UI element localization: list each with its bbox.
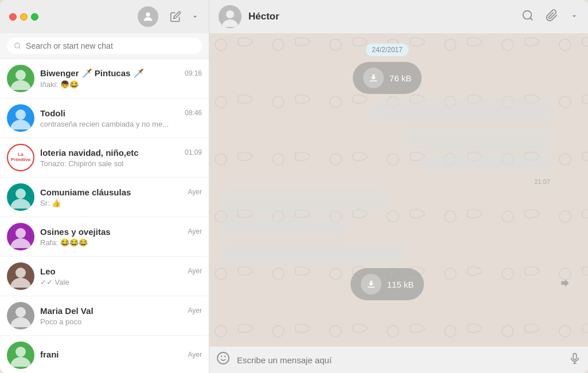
blurred-message-3 <box>420 155 554 172</box>
mic-button[interactable] <box>568 352 581 368</box>
chat-name: Biwenger 🗡️ Pintucas 🗡️ <box>40 68 144 78</box>
svg-point-6 <box>15 70 26 80</box>
search-icon <box>14 42 21 50</box>
search-button[interactable] <box>521 9 534 25</box>
download-icon-1 <box>363 68 384 88</box>
chat-preview: contraseña recien cambiada y no me... <box>40 120 202 128</box>
chat-preview: Poco a poco <box>40 317 202 326</box>
message-timestamp-1: 21:07 <box>531 177 554 186</box>
file-message-1: 76 kB <box>221 62 554 94</box>
chat-header: Héctor <box>209 0 588 33</box>
chat-preview: Rafa: 😂😂😂 <box>40 238 202 247</box>
attach-button[interactable] <box>546 9 558 25</box>
messages-area: 24/2/2017 76 kB 21:07 <box>209 33 588 346</box>
chat-name: Osines y ovejitas <box>40 227 111 237</box>
message-input[interactable] <box>237 355 562 365</box>
chat-info: loteria navidad, niño,etc01:09Tonazo: Ch… <box>40 148 202 168</box>
blurred-message-1 <box>371 99 554 121</box>
chat-info: Osines y ovejitasAyerRafa: 😂😂😂 <box>40 227 202 247</box>
sidebar-header <box>0 0 209 33</box>
chat-area: 24/2/2017 76 kB 21:07 <box>209 33 588 373</box>
chat-list-item[interactable]: LeoAyer✓✓ Vale <box>0 257 209 296</box>
chat-info: LeoAyer✓✓ Vale <box>40 266 202 286</box>
chat-info: Biwenger 🗡️ Pintucas 🗡️09:16Iñaki: 👦😂 <box>40 68 202 89</box>
chat-avatar <box>7 302 34 329</box>
blurred-message-6 <box>221 244 404 264</box>
chat-name: Maria Del Val <box>40 306 94 316</box>
forward-icon-2[interactable] <box>559 277 571 292</box>
chat-preview: Sr: 👍 <box>40 199 202 207</box>
more-button[interactable] <box>570 10 579 23</box>
search-input[interactable] <box>26 41 195 50</box>
contact-avatar[interactable] <box>219 5 242 28</box>
svg-point-3 <box>523 10 532 19</box>
chat-info: Todoli08:46contraseña recien cambiada y … <box>40 108 202 128</box>
chat-list-item[interactable]: Osines y ovejitasAyerRafa: 😂😂😂 <box>0 217 209 257</box>
title-bar: Héctor <box>0 0 588 33</box>
date-badge: 24/2/2017 <box>366 44 408 56</box>
chat-avatar <box>7 104 34 132</box>
svg-point-16 <box>15 307 26 317</box>
chat-list-item[interactable]: Todoli08:46contraseña recien cambiada y … <box>0 99 209 138</box>
chat-list-item[interactable]: Comuniame cláusulasAyerSr: 👍 <box>0 178 209 217</box>
chat-list-item[interactable]: franiAyer <box>0 336 209 373</box>
close-button[interactable] <box>9 13 17 21</box>
chat-preview: Tonazo: Chipirón sale sol <box>40 159 202 168</box>
svg-point-18 <box>15 347 26 357</box>
file-download-1[interactable]: 76 kB <box>353 62 422 94</box>
blurred-message-2 <box>404 128 554 148</box>
chat-info: franiAyer <box>40 350 202 361</box>
chat-list: Biwenger 🗡️ Pintucas 🗡️09:16Iñaki: 👦😂Tod… <box>0 59 209 373</box>
svg-point-10 <box>15 189 26 199</box>
chat-avatar <box>7 65 34 92</box>
chat-list-item[interactable]: La Primitivaloteria navidad, niño,etc01:… <box>0 138 209 178</box>
chat-list-item[interactable]: Biwenger 🗡️ Pintucas 🗡️09:16Iñaki: 👦😂 <box>0 59 209 99</box>
header-actions <box>521 9 579 25</box>
svg-point-19 <box>217 352 229 364</box>
profile-avatar[interactable] <box>138 6 158 27</box>
svg-point-8 <box>15 109 26 120</box>
minimize-button[interactable] <box>20 13 28 21</box>
file-download-2[interactable]: 115 kB <box>351 268 425 300</box>
file-size-2: 115 kB <box>387 280 414 289</box>
main-content: Biwenger 🗡️ Pintucas 🗡️09:16Iñaki: 👦😂Tod… <box>0 33 588 373</box>
file-message-2: 115 kB <box>221 268 554 300</box>
chat-time: 09:16 <box>185 69 202 77</box>
chat-avatar <box>7 183 34 211</box>
chat-preview: ✓✓ Vale <box>40 278 202 286</box>
download-icon-2 <box>361 274 381 295</box>
search-input-wrap[interactable] <box>7 38 202 54</box>
chat-name: loteria navidad, niño,etc <box>40 148 139 158</box>
chat-time: Ayer <box>188 227 202 235</box>
chat-avatar <box>7 262 34 290</box>
chat-name: frani <box>40 350 59 359</box>
emoji-button[interactable] <box>216 351 230 368</box>
input-area <box>209 346 588 373</box>
chat-avatar: La Primitiva <box>7 144 34 171</box>
chat-time: 08:46 <box>185 109 202 117</box>
chat-list-item[interactable]: Maria Del ValAyerPoco a poco <box>0 296 209 336</box>
chat-avatar <box>7 341 34 369</box>
file-size-1: 76 kB <box>390 73 411 83</box>
chat-time: 01:09 <box>185 148 202 156</box>
blurred-message-4 <box>221 191 387 213</box>
traffic-lights <box>9 13 38 21</box>
svg-rect-22 <box>573 353 577 359</box>
svg-point-4 <box>15 43 20 48</box>
search-bar <box>0 33 209 59</box>
sidebar-dropdown-button[interactable] <box>190 12 200 21</box>
chat-time: Ayer <box>188 267 202 275</box>
svg-point-14 <box>15 268 26 278</box>
svg-point-0 <box>146 13 150 17</box>
chat-name: Leo <box>40 266 56 276</box>
svg-point-12 <box>15 228 26 238</box>
maximize-button[interactable] <box>31 13 38 21</box>
chat-time: Ayer <box>188 351 202 359</box>
chat-info: Comuniame cláusulasAyerSr: 👍 <box>40 187 202 207</box>
sidebar: Biwenger 🗡️ Pintucas 🗡️09:16Iñaki: 👦😂Tod… <box>0 33 209 373</box>
new-chat-button[interactable] <box>170 11 181 22</box>
contact-name: Héctor <box>248 11 515 22</box>
sidebar-actions <box>170 11 200 22</box>
chat-avatar <box>7 223 34 250</box>
chat-name: Todoli <box>40 108 65 118</box>
